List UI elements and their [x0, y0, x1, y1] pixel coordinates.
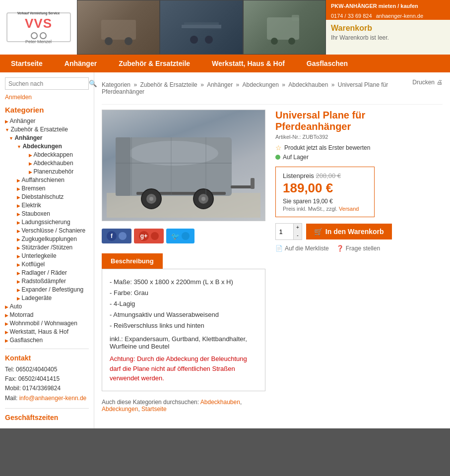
- list-price-value: 208,00 €: [316, 172, 341, 179]
- product-title: Universal Plane für Pferdeanhänger: [275, 110, 443, 132]
- cat-zugkugel[interactable]: Zugkugelkupplungen: [22, 236, 77, 242]
- action-links: 📄 Auf die Merkliste ❓ Frage stellen: [275, 245, 443, 252]
- cat-expander[interactable]: Expander / Befestigung: [22, 286, 84, 293]
- breadcrumb-sep-4: »: [282, 81, 287, 88]
- spec-1: - Maße: 3500 x 1800 x 2200mm (L x B x H): [110, 277, 257, 288]
- kontakt-mail-link[interactable]: info@anhaenger-kenn.de: [19, 395, 87, 402]
- also-cat-startseite[interactable]: Startseite: [141, 406, 167, 413]
- versand-link[interactable]: Versand: [339, 206, 359, 212]
- cat-abdeckhauben[interactable]: Abdeckhauben: [34, 160, 73, 167]
- qty-minus-button[interactable]: -: [294, 232, 302, 239]
- breadcrumb: Kategorien » Zubehör & Ersatzteile » Anh…: [102, 79, 412, 98]
- rating-link[interactable]: Produkt jetzt als Erster bewerten: [284, 144, 370, 151]
- print-link[interactable]: Drucken 🖨: [412, 79, 443, 86]
- banner-img-2: [160, 0, 243, 55]
- cat-abdeckkappen[interactable]: Abdeckkappen: [34, 151, 73, 158]
- cat-ladegeraete[interactable]: Ladegeräte: [22, 295, 52, 301]
- cat-auffahrschienen[interactable]: Auffahrschienen: [22, 177, 65, 183]
- savings: Sie sparen 19,00 €: [283, 198, 367, 205]
- spec-5: - Reißverschluss links und hinten: [110, 320, 257, 331]
- cat-diebstahlschutz[interactable]: Diebstahlschutz: [22, 193, 64, 200]
- breadcrumb-sep-2: »: [200, 81, 205, 88]
- cat-kotfluegel[interactable]: Kotflügel: [22, 261, 45, 268]
- cat-zubehoer[interactable]: Zubehör & Ersatzteile: [10, 126, 67, 133]
- nav-werkstatt[interactable]: Werkstatt, Haus & Hof: [201, 55, 296, 72]
- svg-point-10: [271, 38, 278, 45]
- desc-includes: inkl.: Expandersaum, Gurtband, Klettband…: [110, 335, 257, 350]
- nav-startseite[interactable]: Startseite: [0, 55, 54, 72]
- logo-gear-icon-2: [40, 32, 47, 39]
- category-list: Anhänger Zubehör & Ersatzteile Anhänger …: [5, 117, 89, 344]
- cat-ladungssicherung[interactable]: Ladungssicherung: [22, 219, 70, 226]
- breadcrumb-zubehoer[interactable]: Zubehör & Ersatzteile: [140, 81, 197, 88]
- breadcrumb-row: Kategorien » Zubehör & Ersatzteile » Anh…: [102, 76, 443, 105]
- cat-planenzubehoer[interactable]: Planenzubehör: [34, 168, 74, 175]
- tabs-area: Beschreibung - Maße: 3500 x 1800 x 2200m…: [102, 253, 265, 413]
- cat-abdeckungen[interactable]: Abdeckungen: [22, 143, 62, 150]
- search-input[interactable]: [5, 78, 86, 89]
- warenkorb-leer: Ihr Warenkorb ist leer.: [331, 34, 445, 41]
- svg-rect-3: [182, 25, 221, 29]
- svg-rect-18: [231, 185, 253, 188]
- breadcrumb-abdeckungen[interactable]: Abdeckungen: [243, 81, 279, 88]
- cat-verschluesse[interactable]: Verschlüsse / Schaniere: [22, 227, 86, 234]
- cat-bremsen[interactable]: Bremsen: [22, 185, 46, 192]
- also-cat-abdeckhauben[interactable]: Abdeckhauben: [200, 399, 240, 406]
- nav-zubehoer[interactable]: Zubehör & Ersatzteile: [108, 55, 201, 72]
- frage-icon: ❓: [336, 245, 344, 252]
- savings-value: 19,00 €: [313, 198, 333, 205]
- nav-anhaenger[interactable]: Anhänger: [54, 55, 108, 72]
- price-box: Listenpreis 208,00 € 189,00 € Sie sparen…: [275, 167, 375, 217]
- cat-stauboxen[interactable]: Stauboxen: [22, 210, 50, 217]
- cat-radlager[interactable]: Radlager / Räder: [22, 269, 67, 276]
- pkw-contact: 0174 / 33 69 824 anhaenger-kenn.de: [326, 12, 450, 20]
- breadcrumb-abdeckhauben[interactable]: Abdeckhauben: [288, 81, 328, 88]
- facebook-button[interactable]: f: [102, 229, 131, 243]
- svg-point-26: [201, 197, 205, 201]
- fb-toggle: [119, 232, 127, 240]
- social-buttons: f g+ 🐦: [102, 229, 265, 243]
- qty-plus-button[interactable]: +: [294, 224, 302, 232]
- cat-motorrad[interactable]: Motorrad: [10, 311, 34, 318]
- nav-gasflaschen[interactable]: Gasflaschen: [296, 55, 359, 72]
- anmelden-link[interactable]: Anmelden: [5, 94, 89, 101]
- svg-point-7: [205, 36, 213, 44]
- also-cat-abdeckungen[interactable]: Abdeckungen: [102, 406, 138, 413]
- cat-anhaenger[interactable]: Anhänger: [10, 118, 36, 124]
- breadcrumb-kategorien[interactable]: Kategorien: [102, 81, 130, 88]
- svg-rect-5: [184, 22, 219, 25]
- list-price: Listenpreis 208,00 €: [283, 172, 367, 179]
- banner-img-1: [77, 0, 160, 55]
- svg-rect-12: [107, 193, 260, 218]
- header: Verkauf Vermietung Service VVS Peter Men…: [0, 0, 450, 55]
- cat-anhaenger-sub[interactable]: Anhänger: [14, 134, 42, 141]
- savings-label: Sie sparen: [283, 198, 311, 205]
- cat-elektrik[interactable]: Elektrik: [22, 202, 41, 209]
- svg-rect-19: [251, 178, 255, 189]
- cat-werkstatt[interactable]: Werkstatt, Haus & Hof: [10, 328, 68, 335]
- stock-text: Auf Lager: [283, 154, 309, 161]
- svg-rect-9: [292, 15, 299, 21]
- frage-link[interactable]: ❓ Frage stellen: [336, 245, 380, 252]
- merkliste-label: Auf die Merkliste: [285, 245, 329, 252]
- banner-trailer-icon: [99, 7, 138, 47]
- cat-unterlegkeile[interactable]: Unterlegkeile: [22, 252, 57, 259]
- add-to-cart-button[interactable]: 🛒 In den Warenkorb: [306, 224, 392, 239]
- cat-stuetzraeder[interactable]: Stützräder /Stützen: [22, 244, 73, 251]
- add-cart-row: 1 + - 🛒 In den Warenkorb: [275, 223, 443, 240]
- cat-auto[interactable]: Auto: [10, 303, 22, 310]
- cart-btn-label: In den Warenkorb: [325, 228, 384, 236]
- product-area: f g+ 🐦 Beschreibung: [102, 110, 443, 413]
- product-title-line2: Pferdeanhänger: [275, 121, 351, 132]
- merkliste-link[interactable]: 📄 Auf die Merkliste: [275, 245, 329, 252]
- beschreibung-tab[interactable]: Beschreibung: [102, 253, 163, 269]
- cat-gasflaschen[interactable]: Gasflaschen: [10, 337, 43, 344]
- cat-wohnmobil[interactable]: Wohnmobil / Wohnwagen: [10, 320, 77, 327]
- cat-radstoss[interactable]: Radstoßdämpfer: [22, 278, 66, 285]
- qty-input[interactable]: 1: [276, 226, 293, 238]
- stock-row: Auf Lager: [275, 154, 443, 161]
- breadcrumb-anhaenger[interactable]: Anhänger: [207, 81, 233, 88]
- twitter-button[interactable]: 🐦: [166, 229, 194, 243]
- gplus-button[interactable]: g+: [134, 229, 164, 243]
- svg-rect-0: [101, 20, 136, 40]
